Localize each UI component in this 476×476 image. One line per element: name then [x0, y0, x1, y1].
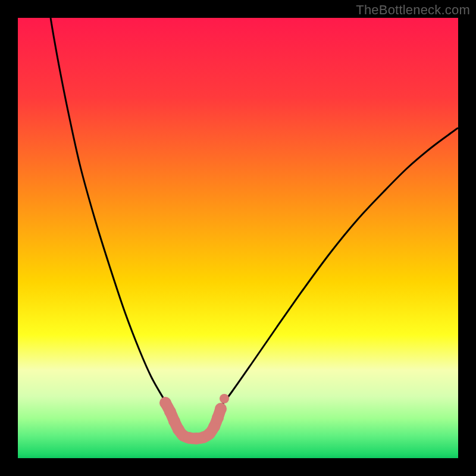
watermark-text: TheBottleneck.com	[356, 2, 470, 18]
valley-dot	[220, 394, 229, 403]
chart-frame: TheBottleneck.com	[0, 0, 476, 476]
bottleneck-chart	[18, 18, 458, 458]
gradient-background	[18, 18, 458, 458]
plot-area	[18, 18, 458, 458]
valley-dot	[215, 403, 227, 415]
